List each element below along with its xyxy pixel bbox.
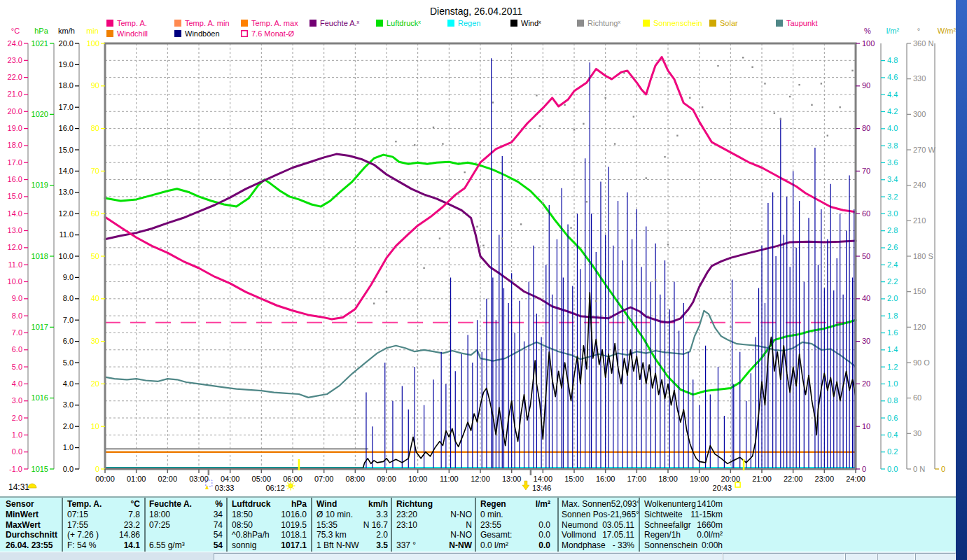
table-cell: N 16.7 [363, 520, 388, 531]
axis-label: 18.0 [8, 141, 22, 149]
axis-label: 19.0 [59, 60, 74, 69]
dot-richtung [586, 201, 587, 202]
axis-label: 1.8 [887, 312, 898, 320]
table-row: 54 [149, 530, 223, 540]
window-edge-decoration [956, 0, 967, 560]
table-cell: ^0.8hPa/h [232, 530, 270, 540]
axis-label: 80 [862, 124, 870, 132]
axis-label: 14.0 [8, 209, 22, 218]
table-cell: 52,093° [611, 499, 641, 510]
axis-label: 06:12 [265, 484, 285, 492]
table-cell: Sonnen Pos [562, 510, 607, 520]
axis-label: 11:00 [440, 475, 459, 483]
axis-label: 0.0 [887, 465, 898, 473]
axis-label: 1017 [32, 323, 48, 331]
axis-label: 03:33 [215, 484, 235, 492]
axis-label: 3.0 [63, 400, 74, 409]
axis-label: 1.4 [887, 345, 898, 354]
dot-richtung [595, 300, 597, 302]
axis-label: 20.0 [59, 39, 74, 48]
dot-richtung [386, 290, 387, 292]
table-row: Sichtweite11-15km [644, 510, 723, 520]
table-cell: N-NO [450, 510, 472, 520]
axis-label: 9.0 [12, 294, 22, 302]
axis-label: 330 [913, 74, 926, 83]
table-cell: Gesamt: [480, 530, 512, 540]
weather-chart-plot[interactable]: 24.023.022.021.020.019.018.017.016.015.0… [0, 0, 956, 496]
dot-richtung [573, 129, 575, 130]
table-row: Feuchte A.% [149, 499, 223, 510]
axis-label: 90 [862, 81, 870, 90]
table-cell: km/h [368, 499, 388, 510]
table-cell: 14.1 [124, 540, 140, 551]
axis-label: km/h [58, 27, 75, 35]
table-cell: Schneefallgr [644, 520, 691, 531]
axis-label: 12.0 [8, 243, 22, 251]
axis-label: 4.0 [12, 379, 22, 388]
dot-richtung [811, 104, 812, 106]
table-cell: hPa [291, 499, 307, 510]
axis-label: 19:00 [690, 475, 709, 483]
axis-label: 3.2 [887, 192, 898, 201]
table-row: Wolkenunterg1410m [644, 499, 723, 510]
table-row: 07:2574 [149, 520, 223, 531]
table-cell: 14.86 [119, 530, 140, 540]
axis-label: 20 [91, 379, 99, 388]
table-cell: 0.0 l/m² [480, 540, 508, 551]
axis-label: 2.0 [63, 422, 74, 430]
axis-label: 7.0 [12, 328, 22, 337]
dot-richtung [614, 143, 615, 144]
axis-label: 50 [862, 252, 870, 260]
axis-label: 13:46 [532, 484, 552, 492]
dot-richtung [821, 83, 822, 84]
table-row: Regen/1h0.0l/m² [644, 530, 723, 540]
dot-richtung [667, 244, 669, 245]
sunrise-icon-ray [293, 488, 294, 489]
table-cell: Mondphase [562, 540, 606, 551]
axis-label: 360 N [913, 39, 933, 48]
table-row: ^0.8hPa/h1018.1 [232, 530, 307, 540]
dot-richtung [730, 326, 731, 328]
table-row: (+ 7.26 )14.86 [67, 530, 140, 540]
dot-richtung [482, 245, 484, 246]
table-row: Schneefallgr1660m [644, 520, 723, 531]
axis-label: 17.0 [59, 103, 74, 111]
axis-label: 30 [913, 429, 921, 438]
axis-label: 4.0 [63, 379, 74, 388]
axis-label: 07:00 [314, 475, 334, 483]
axis-label: 16:00 [596, 475, 615, 483]
axis-label: 1.2 [887, 363, 898, 371]
table-row: 23:10N [396, 520, 472, 531]
axis-label: 9.0 [63, 273, 74, 281]
table-cell: 23.2 [124, 520, 140, 531]
dot-richtung [395, 141, 396, 142]
axis-label: 10:00 [408, 475, 428, 483]
dot-richtung [655, 279, 656, 281]
table-row: 17:5523.2 [67, 520, 140, 531]
table-cell: 26.04. 23:55 [6, 540, 53, 551]
axis-label: 3.0 [887, 209, 898, 218]
axis-label: 60 [913, 393, 921, 402]
table-cell: 0.0 [538, 520, 550, 531]
axis-label: 150 [913, 287, 926, 295]
table-row: LuftdruckhPa [232, 499, 307, 510]
axis-label: 4.8 [887, 56, 898, 64]
axis-label: 240 [913, 181, 926, 189]
table-row: 07:157.8 [67, 510, 140, 520]
table-col-wind: Windkm/hØ 10 min.3.315:35N 16.775.3 km2.… [316, 499, 388, 551]
axis-label: hPa [34, 27, 48, 35]
dot-richtung [646, 177, 647, 178]
dot-richtung [583, 123, 584, 125]
table-row: 15:35N 16.7 [316, 520, 388, 531]
status-panel [214, 553, 723, 560]
table-row: 1 Bft N-NW3.5 [316, 540, 388, 551]
axis-label: 70 [862, 167, 870, 175]
axis-label: 16.0 [8, 175, 22, 183]
table-cell: 34 [214, 510, 223, 520]
table-row: Sensor [6, 499, 60, 510]
axis-label: 3.8 [887, 141, 898, 150]
axis-label: 8.0 [12, 312, 22, 320]
axis-label: 21.0 [8, 90, 22, 98]
table-cell: Sichtweite [644, 510, 683, 520]
dot-richtung [492, 102, 494, 103]
